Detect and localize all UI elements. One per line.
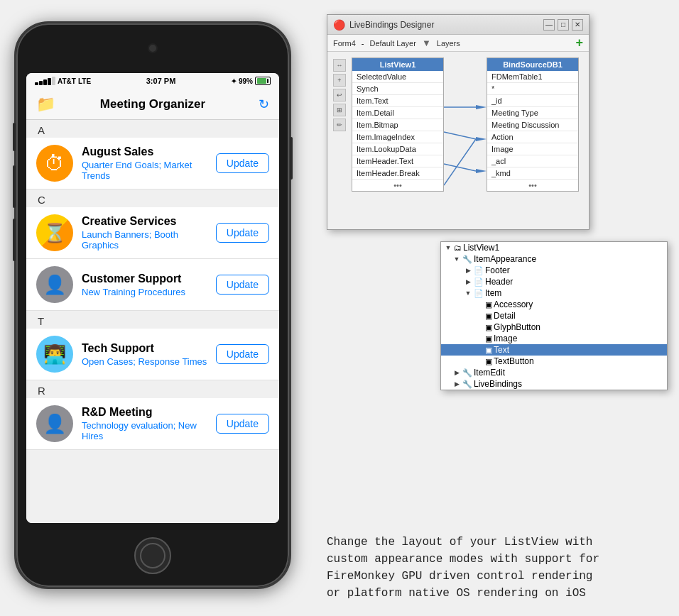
tree-row[interactable]: ▶ 📄 Header — [441, 276, 667, 287]
tree-row[interactable]: ▶ 📄 Footer — [441, 265, 667, 276]
designer-titlebar: 🔴 LiveBindings Designer — □ ✕ — [327, 15, 589, 35]
tree-node-label: TextButton — [494, 356, 534, 366]
description-text: Change the layout of your ListView with … — [327, 534, 668, 602]
table-row[interactable]: SelectedValue — [352, 71, 443, 83]
tree-row-selected[interactable]: ▣ Text — [441, 344, 667, 356]
tree-expander-empty — [475, 334, 484, 343]
tree-expander[interactable]: ▼ — [452, 255, 461, 263]
table-row[interactable]: Action — [487, 131, 578, 143]
tree-row[interactable]: ▣ Accessory — [441, 299, 667, 310]
tree-expander[interactable]: ▶ — [464, 277, 472, 286]
tree-row[interactable]: ▼ 🗂 ListView1 — [441, 242, 667, 253]
table-row[interactable]: Item.Bitmap — [352, 119, 443, 131]
tree-row[interactable]: ▶ 🔧 ItemEdit — [441, 367, 667, 378]
tables-area: ListView1 SelectedValue Synch Item.Text … — [352, 57, 583, 224]
table-row[interactable]: Meeting Type — [487, 107, 578, 119]
close-button[interactable]: ✕ — [572, 19, 583, 31]
update-button[interactable]: Update — [216, 344, 269, 364]
phone-shell: AT&T LTE 3:07 PM ✦ 99% 📁 Meeting Organiz… — [14, 21, 291, 589]
item-title: Tech Support — [82, 342, 207, 355]
tree-row[interactable]: ▼ 📄 Item — [441, 287, 667, 299]
tree-row[interactable]: ▼ 🔧 ItemAppearance — [441, 253, 667, 265]
tree-expander[interactable]: ▼ — [444, 243, 452, 252]
svg-line-2 — [444, 132, 476, 139]
volume-down-button[interactable] — [13, 219, 16, 261]
camera — [148, 43, 158, 53]
table-row[interactable]: Image — [487, 143, 578, 155]
tree-expander[interactable]: ▼ — [464, 289, 472, 297]
update-button[interactable]: Update — [216, 153, 269, 173]
tree-node-icon: ▣ — [485, 300, 492, 309]
bindsource-table-header: BindSourceDB1 — [487, 58, 578, 71]
desc-line2: custom appearance modes with support for — [327, 551, 668, 568]
tree-node-icon: 📄 — [474, 266, 484, 275]
battery-percent: 99% — [239, 77, 253, 85]
item-detail: Launch Banners; Booth Graphics — [82, 229, 207, 251]
mute-button[interactable] — [13, 123, 16, 151]
hourglass-icon: ⌛ — [36, 214, 73, 251]
window-controls[interactable]: — □ ✕ — [543, 19, 583, 31]
tree-node-label: Header — [485, 277, 513, 287]
table-row[interactable]: Item.Detail — [352, 107, 443, 119]
toolbar-icon-4[interactable]: ⊞ — [333, 104, 346, 116]
section-header-t: T — [26, 311, 279, 329]
add-binding-button[interactable]: + — [575, 35, 583, 50]
tree-expander-empty — [475, 357, 484, 365]
update-button[interactable]: Update — [216, 275, 269, 295]
table-row[interactable]: Item.LookupData — [352, 143, 443, 155]
tree-expander[interactable]: ▶ — [464, 266, 472, 275]
table-row[interactable]: _kmd — [487, 167, 578, 180]
toolbar-icon-5[interactable]: ✏ — [333, 119, 346, 131]
list-item[interactable]: 👤 R&D Meeting Technology evaluation; New… — [26, 398, 279, 450]
toolbar-icon-2[interactable]: + — [333, 74, 346, 87]
tree-row[interactable]: ▣ Detail — [441, 310, 667, 321]
toolbar-icon-1[interactable]: ↔ — [333, 59, 346, 72]
designer-window: 🔴 LiveBindings Designer — □ ✕ Form4 - De… — [327, 14, 590, 230]
layers-button[interactable]: Layers — [437, 39, 460, 48]
update-button[interactable]: Update — [216, 223, 269, 243]
table-row[interactable]: _id — [487, 95, 578, 107]
item-text: Customer Support New Training Procedures — [82, 273, 207, 297]
table-row[interactable]: ItemHeader.Text — [352, 155, 443, 167]
bindsource-table: BindSourceDB1 FDMemTable1 * _id Meeting … — [487, 57, 579, 192]
window-title: LiveBindings Designer — [349, 20, 539, 30]
maximize-button[interactable]: □ — [558, 19, 569, 31]
section-header-c: C — [26, 189, 279, 207]
update-button[interactable]: Update — [216, 414, 269, 434]
tree-node-label: Item — [485, 288, 501, 298]
tree-node-label: Footer — [485, 265, 510, 275]
refresh-icon[interactable]: ↻ — [259, 97, 269, 112]
tree-expander[interactable]: ▶ — [452, 368, 461, 377]
table-row[interactable]: FDMemTable1 — [487, 71, 578, 83]
item-detail: Open Cases; Response Times — [82, 356, 207, 367]
table-row[interactable]: * — [487, 83, 578, 95]
list-item[interactable]: 👤 Customer Support New Training Procedur… — [26, 259, 279, 311]
table-row[interactable]: Meeting Discussion — [487, 119, 578, 131]
tree-row[interactable]: ▣ Image — [441, 333, 667, 344]
tree-expander[interactable]: ▶ — [452, 380, 461, 388]
tree-row[interactable]: ▣ GlyphButton — [441, 321, 667, 333]
tree-row[interactable]: ▣ TextButton — [441, 356, 667, 367]
section-header-a: A — [26, 120, 279, 138]
home-button[interactable] — [134, 537, 171, 574]
folder-icon[interactable]: 📁 — [36, 95, 55, 114]
volume-up-button[interactable] — [13, 165, 16, 208]
tree-node-icon: 🔧 — [462, 368, 472, 378]
minimize-button[interactable]: — — [543, 19, 555, 31]
table-row[interactable]: Synch — [352, 83, 443, 95]
svg-line-6 — [444, 139, 476, 185]
table-row[interactable]: ItemHeader.Break — [352, 167, 443, 180]
list-item[interactable]: ⌛ Creative Services Launch Banners; Boot… — [26, 207, 279, 259]
filter-icon[interactable]: ▼ — [422, 38, 431, 48]
toolbar-icon-3[interactable]: ↩ — [333, 89, 346, 101]
table-row[interactable]: Item.ImageIndex — [352, 131, 443, 143]
list-item[interactable]: 👨‍💻 Tech Support Open Cases; Response Ti… — [26, 329, 279, 380]
list-item[interactable]: ⏱ August Sales Quarter End Goals; Market… — [26, 138, 279, 189]
item-text: Tech Support Open Cases; Response Times — [82, 342, 207, 367]
home-button-inner — [140, 543, 165, 568]
tree-row[interactable]: ▶ 🔧 LiveBindings — [441, 378, 667, 390]
table-row[interactable]: _acl — [487, 155, 578, 167]
nav-title: Meeting Organizer — [100, 97, 205, 111]
table-row[interactable]: Item.Text — [352, 95, 443, 107]
power-button[interactable] — [290, 137, 293, 180]
